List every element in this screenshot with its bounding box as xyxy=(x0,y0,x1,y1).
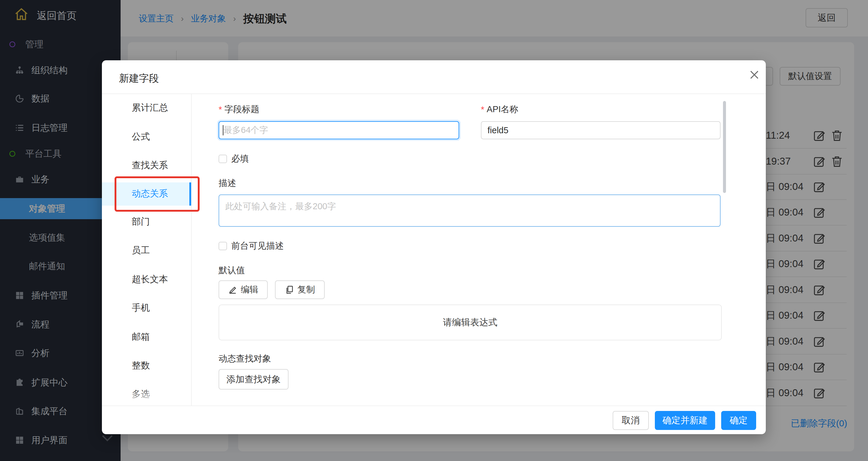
add-lookup-object-button[interactable]: 添加查找对象 xyxy=(219,369,288,390)
close-icon[interactable] xyxy=(747,67,762,82)
confirm-button[interactable]: 确定 xyxy=(721,411,756,430)
cancel-button[interactable]: 取消 xyxy=(613,411,649,430)
modal-scrollbar[interactable] xyxy=(723,101,726,193)
description-label: 描述 xyxy=(219,177,236,190)
menu-item-email[interactable]: 邮箱 xyxy=(102,327,191,346)
menu-item-mobile[interactable]: 手机 xyxy=(102,298,191,317)
menu-item-integer[interactable]: 整数 xyxy=(102,356,191,375)
required-asterisk: * xyxy=(481,104,484,115)
field-title-placeholder: 最多64个字 xyxy=(223,124,268,136)
expression-placeholder: 请编辑表达式 xyxy=(443,316,497,329)
confirm-and-new-button[interactable]: 确定并新建 xyxy=(655,411,715,430)
menu-item-formula[interactable]: 公式 xyxy=(102,127,191,146)
description-textarea[interactable]: 此处可输入备注，最多200字 xyxy=(219,194,720,227)
api-name-value: field5 xyxy=(488,125,508,135)
expression-box[interactable]: 请编辑表达式 xyxy=(219,305,722,340)
copy-expression-button[interactable]: 复制 xyxy=(275,280,325,299)
front-visible-description-label: 前台可见描述 xyxy=(231,239,284,253)
copy-icon xyxy=(285,285,294,294)
menu-divider xyxy=(191,94,192,405)
required-checkbox[interactable] xyxy=(219,155,227,163)
menu-item-employee[interactable]: 员工 xyxy=(102,241,191,260)
menu-fade xyxy=(102,388,191,405)
required-asterisk: * xyxy=(219,104,222,115)
edit-expression-button[interactable]: 编辑 xyxy=(219,280,268,299)
required-checkbox-label: 必填 xyxy=(231,152,249,165)
screen: 设置主页 › 业务对象 › 按钮测试 返回 默认值设置 11:24 19:37 … xyxy=(0,0,868,461)
default-value-label: 默认值 xyxy=(219,264,245,277)
menu-item-long-text[interactable]: 超长文本 xyxy=(102,270,191,289)
api-name-input[interactable]: field5 xyxy=(481,121,720,139)
menu-item-rollup-summary[interactable]: 累计汇总 xyxy=(102,98,191,117)
description-placeholder: 此处可输入备注，最多200字 xyxy=(225,202,336,211)
dynamic-lookup-label: 动态查找对象 xyxy=(219,352,271,365)
api-name-label: * API名称 xyxy=(481,103,518,116)
annotation-highlight-box xyxy=(115,176,199,212)
menu-item-department[interactable]: 部门 xyxy=(102,212,191,231)
menu-item-lookup-relation[interactable]: 查找关系 xyxy=(102,156,191,175)
front-visible-description-checkbox[interactable] xyxy=(219,242,227,250)
dialog-title: 新建字段 xyxy=(119,72,159,85)
footer-divider xyxy=(102,405,766,406)
new-field-dialog: 新建字段 累计汇总 公式 查找关系 动态关系 部门 员工 超长文本 手机 邮箱 … xyxy=(102,60,766,434)
pencil-icon xyxy=(228,285,237,294)
header-divider xyxy=(102,93,766,94)
field-title-label: * 字段标题 xyxy=(219,103,259,116)
field-title-input[interactable]: 最多64个字 xyxy=(219,121,459,139)
field-type-menu: 累计汇总 公式 查找关系 动态关系 部门 员工 超长文本 手机 邮箱 整数 多选 xyxy=(102,93,191,405)
